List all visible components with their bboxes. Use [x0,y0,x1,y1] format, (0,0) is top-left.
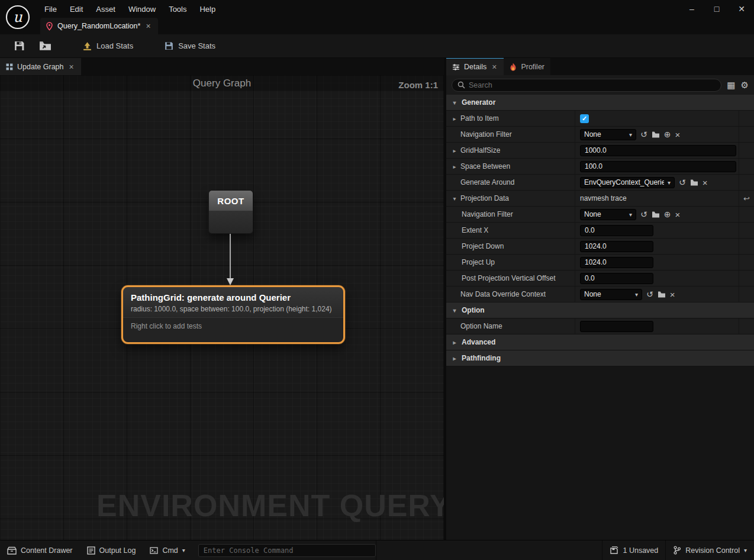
unsaved-changes-button[interactable]: 1 Unsaved [602,540,665,560]
svg-text:u: u [13,9,22,25]
details-search-row: ▦ ⚙ [446,75,754,95]
post-projection-vertical-offset-input[interactable] [580,273,653,284]
row-projection-data: ▾ Projection Data navmesh trace ↩ [446,191,754,207]
menu-asset[interactable]: Asset [89,2,122,16]
section-generator[interactable]: ▾ Generator [446,95,754,111]
save-asset-button[interactable] [8,37,30,55]
expander-icon[interactable]: ▸ [451,147,458,154]
save-stats-button[interactable]: Save Stats [159,37,221,54]
chevron-down-icon[interactable]: ▾ [451,195,458,202]
revision-control-button[interactable]: Revision Control ▾ [665,540,754,560]
dropdown-value: EnvQueryContext_Querier [584,178,664,186]
project-up-input[interactable] [580,257,653,268]
browse-asset-icon[interactable] [652,131,660,138]
load-stats-button[interactable]: Load Stats [77,37,138,54]
tab-profiler[interactable]: Profiler [504,58,550,75]
section-option[interactable]: ▾ Option [446,302,754,318]
row-gutter [739,239,754,254]
chevron-right-icon: ▸ [451,339,458,346]
generate-around-dropdown[interactable]: EnvQueryContext_Querier ▾ [580,177,675,188]
generator-node-header: PathingGrid: generate around Querier rad… [123,287,343,317]
row-gutter: ↩ [739,191,754,206]
browse-folder-icon [39,40,51,52]
add-element-icon[interactable]: ⊕ [664,130,671,139]
details-tab-label: Details [464,63,486,71]
root-node[interactable]: ROOT [208,190,253,234]
nav-data-override-context-label: Nav Data Override Context [460,290,546,298]
clear-icon[interactable]: × [675,130,680,139]
clear-icon[interactable]: × [670,290,675,299]
post-projection-vertical-offset-label: Post Projection Vertical Offset [462,274,556,282]
browse-asset-icon[interactable] [658,291,666,298]
option-name-input[interactable] [580,321,653,332]
console-command-input[interactable] [198,544,376,557]
row-generate-around: Generate Around EnvQueryContext_Querier … [446,175,754,191]
add-element-icon[interactable]: ⊕ [664,210,671,218]
close-tab-icon[interactable]: × [68,63,75,71]
chevron-right-icon: ▸ [451,355,458,362]
content-drawer-button[interactable]: Content Drawer [0,540,80,560]
chevron-down-icon: ▾ [182,547,185,553]
row-extent-x: Extent X [446,223,754,239]
nav-data-override-context-dropdown[interactable]: None ▾ [580,289,642,300]
output-log-button[interactable]: Output Log [80,540,143,560]
extent-x-input[interactable] [580,225,653,236]
search-box[interactable] [452,79,721,92]
section-advanced[interactable]: ▸ Advanced [446,334,754,350]
use-selected-asset-icon[interactable]: ↺ [640,130,647,139]
browse-asset-icon[interactable] [652,211,660,218]
menu-window[interactable]: Window [122,2,162,16]
tab-details[interactable]: Details × [446,58,504,75]
close-tab-icon[interactable]: × [491,63,498,71]
browse-to-asset-button[interactable] [34,37,57,55]
gear-icon[interactable]: ⚙ [741,81,749,89]
close-window-button[interactable]: ✕ [729,0,754,18]
search-input[interactable] [469,81,716,89]
console-icon [150,547,158,554]
display-options-icon[interactable]: ▦ [727,81,735,89]
projection-navigation-filter-label: Navigation Filter [462,210,513,218]
root-node-body [209,211,253,234]
browse-asset-icon[interactable] [690,179,698,186]
cmd-dropdown-button[interactable]: Cmd ▾ [143,540,192,560]
space-between-input[interactable] [580,161,736,172]
projection-navigation-filter-dropdown[interactable]: None ▾ [580,209,636,220]
clear-icon[interactable]: × [675,210,680,219]
unreal-logo-icon[interactable]: u [5,4,31,30]
minimize-button[interactable]: – [679,0,704,18]
query-graph-panel: Update Graph × Query Graph Zoom 1:1 ROOT [0,58,444,540]
dropdown-value: None [584,130,601,139]
use-selected-asset-icon[interactable]: ↺ [679,178,686,186]
grid-half-size-input[interactable] [580,145,736,156]
menu-edit[interactable]: Edit [63,2,89,16]
use-selected-asset-icon[interactable]: ↺ [640,210,647,218]
project-down-input[interactable] [580,241,653,252]
path-to-item-checkbox[interactable]: ✓ [580,114,589,123]
clear-icon[interactable]: × [703,178,708,187]
row-gutter [739,207,754,222]
expander-icon[interactable]: ▸ [451,115,458,122]
reset-to-default-icon[interactable]: ↩ [743,194,750,203]
menu-tools[interactable]: Tools [162,2,193,16]
maximize-button[interactable]: □ [704,0,729,18]
graph-canvas[interactable]: Query Graph Zoom 1:1 ROOT PathingGrid: g… [0,75,444,540]
navigation-filter-dropdown[interactable]: None ▾ [580,129,636,140]
content-drawer-label: Content Drawer [21,546,73,555]
menu-file[interactable]: File [38,2,63,16]
details-property-list: ▾ Generator ▸ Path to Item ✓ [446,95,754,540]
close-tab-icon[interactable]: × [144,22,152,30]
use-selected-asset-icon[interactable]: ↺ [646,290,653,298]
asset-tab-query-randomlocation[interactable]: Query_RandomLocation* × [40,18,158,34]
expander-icon[interactable]: ▸ [451,163,458,170]
asset-tab-label: Query_RandomLocation* [57,22,140,30]
row-option-name: Option Name [446,318,754,334]
section-pathfinding[interactable]: ▸ Pathfinding [446,350,754,366]
generator-node-subtitle: radius: 1000.0, space between: 100.0, pr… [131,305,336,313]
tab-update-graph[interactable]: Update Graph × [0,58,81,75]
row-gutter [739,287,754,302]
space-between-label: Space Between [460,162,510,170]
pathing-grid-generator-node[interactable]: PathingGrid: generate around Querier rad… [121,285,345,344]
chevron-down-icon: ▾ [451,307,458,314]
branch-icon [673,546,681,555]
menu-help[interactable]: Help [193,2,222,16]
